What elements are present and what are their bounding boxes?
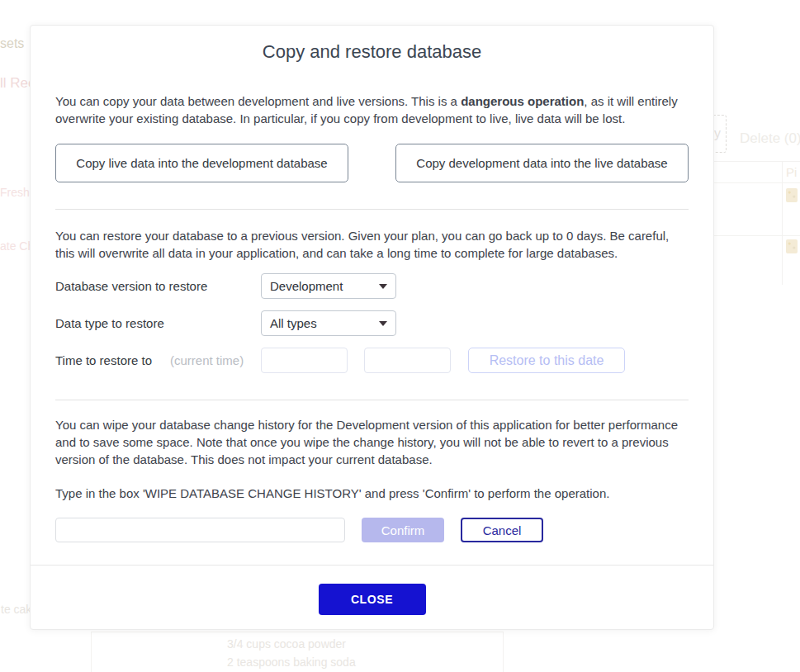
bg-sidebar-item: te cak [1,603,31,616]
data-type-select[interactable]: All types [261,310,396,336]
bg-sidebar-item: sets [0,36,24,51]
bg-dashed-cell-label: y [714,126,721,141]
modal-footer: CLOSE [31,565,713,629]
chevron-down-icon [379,321,387,326]
bg-table-border [503,632,504,672]
database-version-selected-value: Development [270,279,374,293]
section-divider [55,400,689,400]
bg-table-border [714,182,800,183]
bg-delete-button: Delete (0) [740,130,800,147]
chevron-down-icon [379,284,387,289]
bg-table-border [714,235,800,236]
bg-table-border [91,632,504,632]
bg-table-border [714,161,800,162]
wipe-confirmation-input[interactable] [55,518,345,542]
bg-recipe-line: 2 teaspoons baking soda [227,655,356,669]
data-type-selected-value: All types [270,316,374,330]
modal-body: Copy and restore database You can copy y… [31,26,713,565]
bg-table-border [91,632,92,672]
copy-live-to-development-button[interactable]: Copy live data into the development data… [55,144,348,182]
data-type-label: Data type to restore [55,316,261,330]
wipe-controls-row: Confirm Cancel [55,518,689,542]
copy-buttons-row: Copy live data into the development data… [55,144,689,182]
confirm-button[interactable]: Confirm [362,518,444,542]
restore-section-description: You can restore your database to a previ… [55,227,689,262]
close-button[interactable]: CLOSE [319,584,426,615]
restore-to-this-date-button[interactable]: Restore to this date [468,348,625,373]
bg-table-header: Pi [786,165,797,179]
copy-restore-database-modal: Copy and restore database You can copy y… [30,25,714,630]
wipe-instruction-text: Type in the box 'WIPE DATABASE CHANGE HI… [55,485,689,502]
copy-section-description: You can copy your data between developme… [55,92,689,127]
section-divider [55,209,689,210]
current-time-hint: (current time) [170,353,261,367]
time-to-restore-label: Time to restore to [55,353,170,367]
restore-date-input[interactable] [261,348,348,373]
copy-desc-bold-text: dangerous operation [461,94,584,108]
bg-table-border [782,161,783,285]
data-type-row: Data type to restore All types [55,310,689,336]
bg-recipe-thumbnail [786,239,798,253]
wipe-section-description: You can wipe your database change histor… [55,416,689,468]
bg-recipe-thumbnail [786,188,798,202]
copy-development-to-live-button[interactable]: Copy development data into the live data… [395,144,689,182]
time-to-restore-row: Time to restore to (current time) Restor… [55,348,689,373]
cancel-button[interactable]: Cancel [461,518,543,542]
database-version-row: Database version to restore Development [55,273,689,299]
bg-recipe-line: 3/4 cups cocoa powder [227,637,346,651]
copy-desc-text: You can copy your data between developme… [55,94,461,108]
database-version-label: Database version to restore [55,279,261,293]
database-version-select[interactable]: Development [261,273,396,299]
restore-time-input[interactable] [364,348,451,373]
modal-title: Copy and restore database [55,39,689,64]
